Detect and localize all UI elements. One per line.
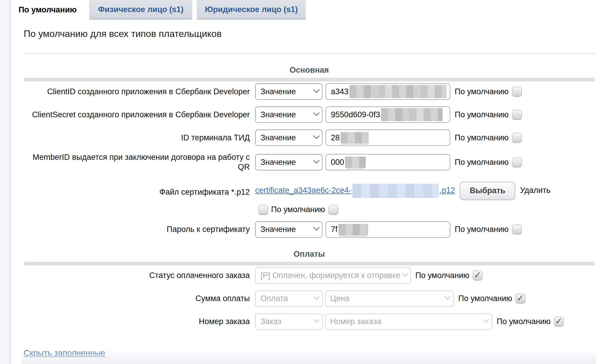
redacted-value [349,85,447,98]
chevron-down-icon [313,133,320,139]
chevron-down-icon [402,270,408,277]
chevron-down-icon [313,224,320,230]
cert-password-default-checkbox[interactable] [512,225,522,234]
section-divider [24,262,595,266]
section-heading-payments: Оплаты [24,249,595,259]
member-id-input[interactable]: 000 [325,154,450,170]
order-type-value: Заказ [260,317,281,326]
section-divider [24,78,595,82]
chevron-down-icon [313,293,320,300]
page-title: По умолчанию для всех типов плательщиков [24,28,596,40]
settings-page: По умолчанию Физическое лицо (s1) Юридич… [0,0,596,364]
terminal-id-label: ID терминала ТИД [24,133,250,143]
header-divider [24,53,596,54]
payment-sum-field-select[interactable]: Цена [325,290,454,307]
client-secret-label: ClientSecret созданного приложения в Сбе… [24,110,250,120]
cert-password-input[interactable]: 7f [325,221,450,238]
paid-status-default-checkbox[interactable] [473,271,482,280]
chevron-down-icon [313,316,320,323]
payment-sum-type-value: Оплата [260,294,288,303]
client-secret-value: 9550d609-0f3 [331,110,380,119]
paid-status-select[interactable]: [P] Оплачен, формируется к отправке [255,267,411,284]
client-secret-type-select[interactable]: Значение [255,106,323,123]
payment-sum-type-select[interactable]: Оплата [255,290,323,307]
row-client-secret: ClientSecret созданного приложения в Сбе… [24,106,595,123]
client-secret-default-checkbox[interactable] [512,110,522,120]
tab-bar: По умолчанию Физическое лицо (s1) Юридич… [11,0,596,20]
default-label: По умолчанию [455,158,509,167]
tab-panel: По умолчанию Физическое лицо (s1) Юридич… [11,0,596,364]
section-heading-main: Основная [24,65,595,75]
redacted-value [352,184,439,198]
order-number-default-checkbox[interactable] [554,317,564,326]
payment-sum-label: Сумма оплаты [24,294,250,303]
client-id-type-select[interactable]: Значение [255,83,323,100]
payment-sum-field-value: Цена [330,294,349,303]
default-label: По умолчанию [458,294,512,303]
certificate-label: Файл сертификата *.p12 [24,181,250,197]
paid-status-selected: [P] Оплачен, формируется к отправке [260,271,400,280]
chevron-down-icon [313,87,320,93]
bottom-fade [21,350,596,364]
certificate-file-link[interactable]: certificate_a343ae6c-2ce4-.p12 [255,186,455,195]
row-member-id: MemberID выдается при заключении договор… [24,152,595,172]
default-label: По умолчанию [271,205,325,214]
tab-legal[interactable]: Юридическое лицо (s1) [197,0,306,20]
row-paid-status: Статус оплаченного заказа [P] Оплачен, ф… [24,267,595,284]
select-value-text: Значение [260,133,296,142]
client-id-default-checkbox[interactable] [512,87,522,97]
select-value-text: Значение [260,110,296,119]
member-id-label: MemberID выдается при заключении договор… [24,152,250,172]
order-number-label: Номер заказа [24,317,250,326]
client-id-input[interactable]: a343 [325,83,450,100]
chevron-down-icon [445,293,451,300]
row-cert-password: Пароль к сертификату Значение 7f По умол… [24,221,595,238]
default-label: По умолчанию [455,225,509,234]
select-value-text: Значение [260,225,296,234]
client-secret-input[interactable]: 9550d609-0f3 [325,106,450,123]
member-id-value: 000 [331,158,344,167]
default-label: По умолчанию [497,317,551,326]
payment-sum-default-checkbox[interactable] [516,294,525,303]
cert-password-type-select[interactable]: Значение [255,221,323,238]
client-id-value: a343 [331,87,349,96]
terminal-id-value: 28 [331,133,340,142]
tab-individual[interactable]: Физическое лицо (s1) [89,0,192,20]
member-id-type-select[interactable]: Значение [255,154,323,170]
certificate-default-checkbox[interactable] [328,205,338,215]
row-order-number: Номер заказа Заказ Номер заказа По умолч… [24,313,595,330]
order-field-value: Номер заказа [330,317,381,326]
left-gutter [0,0,11,364]
member-id-default-checkbox[interactable] [512,157,522,167]
paid-status-label: Статус оплаченного заказа [24,271,250,280]
tab-default[interactable]: По умолчанию [11,0,85,20]
section-payments: Оплаты Статус оплаченного заказа [P] Опл… [24,249,595,330]
cert-password-value: 7f [331,225,338,234]
redacted-value [381,108,443,121]
choose-file-button[interactable]: Выбрать [460,182,516,200]
redacted-value [339,224,368,235]
chevron-down-icon [313,157,320,163]
terminal-id-input[interactable]: 28 [325,129,450,146]
section-main: Основная ClientID созданного приложения … [24,65,595,238]
terminal-id-default-checkbox[interactable] [512,133,522,143]
redacted-value [341,132,369,143]
default-label: По умолчанию [455,110,509,119]
order-type-select[interactable]: Заказ [255,313,323,330]
default-label: По умолчанию [455,87,509,96]
select-value-text: Значение [260,87,296,96]
certificate-delete-checkbox[interactable] [258,205,268,215]
row-terminal-id: ID терминала ТИД Значение 28 По умолчани… [24,129,595,146]
terminal-id-type-select[interactable]: Значение [255,129,323,146]
client-id-label: ClientID созданного приложения в Сбербан… [24,87,250,97]
delete-label: Удалить [520,186,550,195]
order-field-select[interactable]: Номер заказа [325,313,492,330]
row-client-id: ClientID созданного приложения в Сбербан… [24,83,595,100]
certificate-file-prefix: certificate_a343ae6c-2ce4- [255,186,352,195]
row-certificate-file: Файл сертификата *.p12 certificate_a343a… [24,181,595,219]
cert-password-label: Пароль к сертификату [24,225,250,234]
default-label: По умолчанию [415,271,469,280]
default-label: По умолчанию [455,133,509,142]
chevron-down-icon [483,316,489,323]
chevron-down-icon [313,110,320,116]
